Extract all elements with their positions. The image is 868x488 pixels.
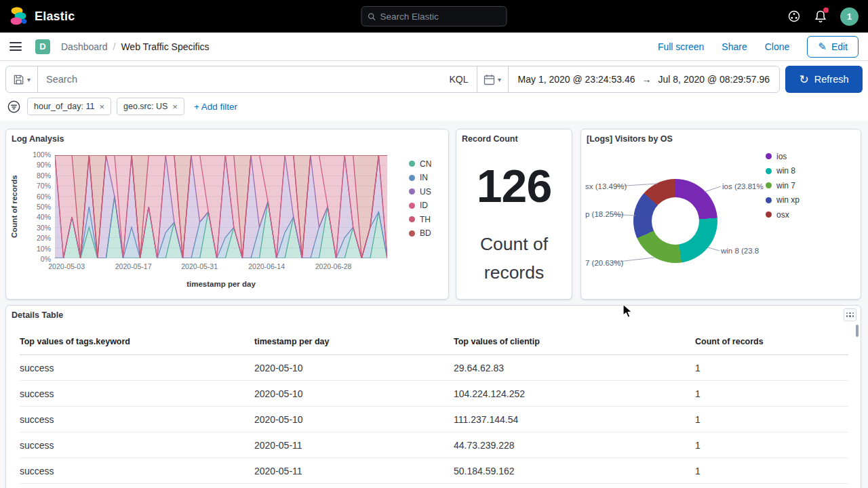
- stacked-area-chart[interactable]: [55, 155, 387, 258]
- menu-hamburger-icon[interactable]: [9, 42, 22, 51]
- panel-options-icon[interactable]: [844, 308, 856, 321]
- legend-dot: [766, 197, 772, 203]
- elastic-logo-icon: [9, 6, 28, 26]
- elastic-logo[interactable]: [9, 6, 28, 26]
- legend-item[interactable]: US: [409, 187, 431, 196]
- scrollbar-thumb[interactable]: [856, 325, 859, 337]
- filter-options-icon[interactable]: [5, 98, 22, 115]
- calendar-icon: [484, 74, 495, 85]
- axis-tick-label: 2020-06-14: [248, 262, 285, 270]
- remove-filter-icon[interactable]: ×: [99, 102, 104, 112]
- refresh-button[interactable]: ↻ Refresh: [785, 66, 863, 93]
- details-table-body: success2020-05-1029.64.62.831success2020…: [20, 355, 848, 484]
- panel-title[interactable]: Record Count: [462, 134, 518, 144]
- chevron-down-icon: ▾: [27, 76, 31, 83]
- legend-item[interactable]: BD: [409, 229, 431, 238]
- global-search[interactable]: [361, 6, 507, 26]
- calendar-button[interactable]: ▾: [477, 66, 509, 92]
- table-cell: 1: [695, 458, 848, 484]
- axis-tick-label: 30%: [37, 224, 51, 232]
- table-row: success2020-05-1029.64.62.831: [20, 355, 848, 381]
- legend-label: win 8: [776, 166, 795, 176]
- notifications-bell-icon[interactable]: [814, 9, 827, 23]
- edit-button-label: Edit: [831, 41, 848, 52]
- table-cell: 2020-05-11: [254, 458, 454, 484]
- date-to[interactable]: Jul 8, 2020 @ 08:29:57.96: [658, 74, 770, 85]
- query-input[interactable]: [46, 74, 444, 85]
- legend-label: TH: [420, 215, 431, 224]
- axis-tick-label: 50%: [37, 203, 51, 211]
- panel-details-table: Details Table Top values of tags.keyword…: [5, 305, 861, 488]
- column-header[interactable]: Top values of clientip: [454, 330, 695, 355]
- column-header[interactable]: timestamp per day: [254, 330, 454, 355]
- column-header[interactable]: Count of records: [695, 330, 848, 355]
- donut-hole: [652, 197, 699, 245]
- query-language-button[interactable]: KQL: [450, 74, 469, 85]
- add-filter-button[interactable]: + Add filter: [194, 102, 237, 112]
- share-link[interactable]: Share: [722, 41, 747, 52]
- legend-item[interactable]: ios: [766, 152, 800, 161]
- saved-query-button[interactable]: ▾: [5, 66, 38, 93]
- date-range-arrow: →: [642, 74, 652, 85]
- legend-dot: [766, 182, 772, 188]
- legend-dot: [409, 203, 415, 209]
- breadcrumb-separator: /: [113, 41, 116, 52]
- panel-title[interactable]: Log Analysis: [12, 134, 64, 144]
- axis-tick-label: 40%: [37, 213, 51, 221]
- remove-filter-icon[interactable]: ×: [172, 102, 178, 112]
- clone-link[interactable]: Clone: [765, 41, 790, 52]
- legend-item[interactable]: win xp: [766, 196, 800, 205]
- deployments-icon[interactable]: [787, 9, 801, 23]
- table-cell: success: [20, 355, 254, 381]
- panel-log-analysis: Log Analysis Count of records 100%90%80%…: [5, 129, 449, 300]
- axis-tick-label: 60%: [37, 192, 51, 201]
- app-nav-bar: D Dashboard / Web Traffic Specifics Full…: [0, 33, 868, 61]
- table-cell: 2020-05-10: [254, 381, 454, 407]
- axis-tick-label: 2020-06-28: [315, 262, 352, 270]
- legend-label: CN: [420, 159, 431, 169]
- save-icon: [13, 74, 24, 85]
- table-cell: 2020-05-10: [254, 355, 454, 381]
- legend-label: win xp: [776, 195, 800, 205]
- user-avatar[interactable]: 1: [840, 7, 859, 26]
- legend-item[interactable]: win 7: [766, 181, 800, 190]
- legend-item[interactable]: TH: [409, 215, 431, 224]
- kql-search-box[interactable]: KQL: [37, 66, 477, 93]
- global-search-input[interactable]: [380, 12, 500, 22]
- filter-pill-label: hour_of_day: 11: [34, 102, 94, 111]
- table-cell: 1: [695, 407, 848, 432]
- axis-tick-label: 2020-05-17: [115, 262, 152, 270]
- legend-item[interactable]: ID: [409, 201, 431, 210]
- legend-item[interactable]: win 8: [766, 167, 800, 176]
- header-actions: 1: [787, 7, 859, 26]
- panel-title[interactable]: Details Table: [12, 310, 63, 320]
- table-cell: 2020-05-11: [254, 432, 454, 458]
- legend-item[interactable]: CN: [409, 159, 431, 168]
- log-legend: CNINUSIDTHBD: [409, 159, 431, 238]
- legend-dot: [409, 188, 415, 195]
- date-from[interactable]: May 1, 2020 @ 23:24:53.46: [518, 74, 635, 85]
- legend-label: ID: [420, 201, 428, 210]
- column-header[interactable]: Top values of tags.keyword: [20, 330, 254, 355]
- filter-pill[interactable]: hour_of_day: 11×: [27, 98, 111, 115]
- legend-dot: [409, 175, 415, 181]
- metric-value: 126: [456, 159, 572, 212]
- table-row: success2020-05-1150.184.59.1621: [20, 458, 848, 484]
- full-screen-link[interactable]: Full screen: [658, 41, 704, 52]
- table-cell: 111.237.144.54: [454, 407, 695, 432]
- filter-bar: hour_of_day: 11×geo.src: US× + Add filte…: [5, 98, 237, 115]
- edit-button[interactable]: ✎ Edit: [807, 36, 859, 58]
- legend-item[interactable]: IN: [409, 174, 431, 182]
- legend-item[interactable]: osx: [766, 210, 800, 219]
- table-cell: success: [20, 381, 254, 407]
- breadcrumb-dashboard[interactable]: Dashboard: [61, 41, 108, 52]
- panel-record-count: Record Count 126 Count of records: [456, 129, 572, 300]
- legend-dot: [766, 168, 772, 174]
- space-avatar[interactable]: D: [35, 39, 50, 54]
- axis-tick-label: 90%: [37, 161, 51, 169]
- query-bar: ▾ KQL ▾ May 1, 2020 @ 23:24:53.46 → Jul …: [5, 66, 863, 93]
- kibana-dashboard-page: { "topbar": { "brand": "Elastic", "searc…: [0, 0, 868, 488]
- filter-pill[interactable]: geo.src: US×: [117, 98, 184, 115]
- panel-title[interactable]: [Logs] Visitors by OS: [587, 134, 673, 144]
- refresh-button-label: Refresh: [814, 74, 849, 85]
